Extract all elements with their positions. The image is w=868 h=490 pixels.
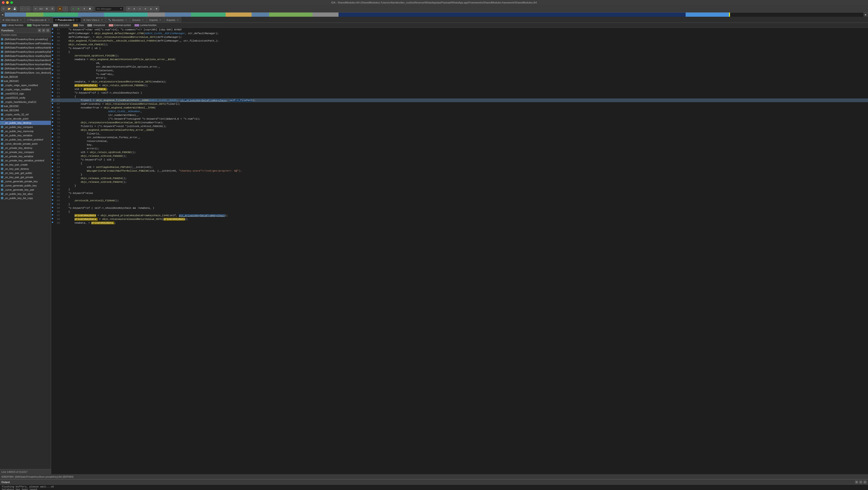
tab-enums-close[interactable]: ✕	[142, 19, 144, 21]
tab-imports-close[interactable]: ✕	[159, 19, 162, 21]
toolbar-more4-btn[interactable]: ◈	[149, 6, 154, 11]
tab-exports[interactable]: Exports ✕	[164, 17, 182, 23]
code-line[interactable]: 91 "c-keyword">else	[51, 191, 868, 195]
code-line[interactable]: 69 &OBJC_CLASS__NSNumber,	[51, 109, 868, 113]
close-button[interactable]	[2, 1, 5, 4]
toolbar-graph-btn[interactable]: ⊞	[44, 6, 49, 11]
code-line[interactable]: 47 "c-keyword">char v45["c-num">24]; "c-…	[51, 28, 868, 32]
function-list-item[interactable]: _ec_private_key_compare	[0, 150, 51, 154]
tab-ida-view-a-close[interactable]: ✕	[20, 19, 22, 21]
toolbar-file-btn[interactable]: 🗋	[1, 6, 6, 11]
tab-hex-view-1-close[interactable]: ✕	[101, 19, 103, 21]
code-line[interactable]: 76 str_setResourceValue_forKey_error_,	[51, 136, 868, 139]
line-breakpoint-dot[interactable]	[51, 91, 54, 93]
line-breakpoint-dot[interactable]	[51, 125, 54, 126]
toolbar-more2-btn[interactable]: ⊙	[137, 6, 143, 11]
line-breakpoint-dot[interactable]	[51, 32, 54, 33]
function-list-item[interactable]: -[WAStaticPrivateKeyStore privateKeyData…	[0, 50, 51, 54]
code-line[interactable]: 48 defFileManager = objc_msgSend_default…	[51, 32, 868, 35]
line-breakpoint-dot[interactable]	[51, 180, 54, 182]
function-list-item[interactable]: sub_BE016C	[0, 79, 51, 83]
code-line[interactable]: 57 str_dataWithContentsOfFile_options_er…	[51, 65, 868, 69]
toolbar-refresh-btn[interactable]: ↺	[126, 6, 131, 11]
line-breakpoint-dot[interactable]	[51, 117, 54, 119]
line-breakpoint-dot[interactable]	[51, 113, 54, 115]
toolbar-more5-btn[interactable]: ✖	[154, 6, 159, 11]
code-line[interactable]: 81 objc_release_x24tox0_F0AE88();	[51, 154, 868, 158]
tab-imports[interactable]: Imports ✕	[147, 17, 164, 23]
function-list-item[interactable]: _ec_private_key_serialize_protobuf	[0, 158, 51, 163]
toolbar-save-btn[interactable]: 💾	[12, 6, 17, 11]
maximize-button[interactable]	[10, 1, 13, 4]
toolbar-ida-btn[interactable]: IDA	[38, 6, 44, 11]
tab-pseudocode-a[interactable]: ≡ Pseudocode-A ✕	[25, 17, 53, 23]
code-line[interactable]: 68 nsnumberTrue = objc_msgSend_numberWit…	[51, 106, 868, 109]
line-breakpoint-dot[interactable]	[51, 173, 54, 175]
toolbar-forward-btn[interactable]: →	[25, 6, 30, 11]
code-line[interactable]: 56 v9,	[51, 61, 868, 65]
code-line[interactable]: 64 "c-keyword">if ( !self->_shouldUseKey…	[51, 91, 868, 95]
code-line[interactable]: 53 {	[51, 50, 868, 54]
code-line[interactable]: 85 WALogWriterWriteWithBufferRollout_F0B…	[51, 169, 868, 173]
toolbar-back-btn[interactable]: ←	[20, 6, 25, 11]
line-breakpoint-dot[interactable]	[51, 35, 54, 37]
function-list-item[interactable]: _curve_generate_public_key	[0, 184, 51, 188]
functions-detach-btn[interactable]: ⊡	[46, 29, 50, 32]
toolbar-open-btn[interactable]: 📂	[6, 6, 11, 11]
function-list-item[interactable]: _ec_key_pair_get_private	[0, 175, 51, 179]
navstrip-scroll-right[interactable]: ▶	[863, 12, 868, 17]
function-list-item[interactable]: _curve_decode_private_point	[0, 142, 51, 146]
function-list-item[interactable]: _vxed25519_sign	[0, 92, 51, 96]
function-list-item[interactable]: _vxed25519_verify	[0, 96, 51, 100]
function-list-item[interactable]: _crypto_vsign_modified	[0, 87, 51, 92]
tab-exports-close[interactable]: ✕	[176, 19, 179, 21]
code-content[interactable]: 47 "c-keyword">char v45["c-num">24]; "c-…	[51, 28, 868, 474]
line-breakpoint-dot[interactable]	[51, 65, 54, 67]
line-breakpoint-dot[interactable]	[51, 154, 54, 156]
tab-ida-view-a[interactable]: ⊞ IDA View-A ✕	[0, 17, 25, 23]
line-breakpoint-dot[interactable]	[51, 72, 54, 74]
toolbar-run-btn[interactable]: ●	[71, 6, 76, 11]
code-line[interactable]: 70 str_numberWithBool_,	[51, 113, 868, 117]
code-line[interactable]: 97 privateKeyData = objc_msgSend_private…	[51, 214, 868, 217]
function-list-item[interactable]: _ec_private_key_serialize	[0, 154, 51, 158]
line-breakpoint-dot[interactable]	[51, 202, 54, 204]
line-breakpoint-dot[interactable]	[51, 210, 54, 212]
code-line[interactable]: 67 newPrivateKey = objc_retainAutoreleas…	[51, 102, 868, 106]
code-line[interactable]: 96 {	[51, 210, 868, 214]
tab-hex-view-1[interactable]: ⊞ Hex View-1 ✕	[81, 17, 106, 23]
line-breakpoint-dot[interactable]	[51, 43, 54, 44]
line-breakpoint-dot[interactable]	[51, 28, 54, 30]
line-breakpoint-dot[interactable]	[51, 128, 54, 130]
line-breakpoint-dot[interactable]	[51, 191, 54, 193]
function-list-item[interactable]: _curve_decode_point	[0, 117, 51, 121]
toolbar-stop-btn[interactable]: ⏹	[87, 6, 92, 11]
code-line[interactable]: 61 newData_ = objc_retainAutoreleasedRet…	[51, 80, 868, 84]
line-breakpoint-dot[interactable]	[51, 143, 54, 145]
line-breakpoint-dot[interactable]	[51, 162, 54, 163]
tab-enums[interactable]: Enums ✕	[130, 17, 147, 23]
code-line[interactable]: 62 privateKeyData_ = objc_retain_sp18tox…	[51, 84, 868, 87]
function-list-item[interactable]: _crypto_verify_32_ref	[0, 112, 51, 117]
function-list-item[interactable]: -[WAStaticPrivateKeyStore keychainWrappe…	[0, 62, 51, 66]
code-line[interactable]: 52 "c-keyword">if ( v8 )	[51, 46, 868, 50]
code-line[interactable]: 49 defFileManager_ = objc_retainAutorele…	[51, 35, 868, 39]
line-breakpoint-dot[interactable]	[51, 195, 54, 197]
line-breakpoint-dot[interactable]	[51, 121, 54, 123]
code-line[interactable]: 50 objc_msgSend_fileExistsAtPath__x0tox2…	[51, 39, 868, 43]
code-line[interactable]: 87 objc_release_x23tox0_F0AE54();	[51, 176, 868, 180]
output-close-btn[interactable]: ✕	[859, 481, 862, 484]
code-line[interactable]: 78 key,	[51, 143, 868, 147]
code-line[interactable]: 93 zerotox20_zerotox21_F1D6A0();	[51, 199, 868, 202]
function-list-item[interactable]: -[WAStaticPrivateKeyStore resetKeyStoreF…	[0, 54, 51, 58]
toolbar-more1-btn[interactable]: ⊕	[132, 6, 137, 11]
line-breakpoint-dot[interactable]	[51, 50, 54, 52]
toolbar-list-btn[interactable]: ☰	[50, 6, 55, 11]
line-breakpoint-dot[interactable]	[51, 184, 54, 186]
toolbar-hex-btn[interactable]: H	[33, 6, 38, 11]
code-line[interactable]: 58 fileContent,	[51, 69, 868, 72]
line-breakpoint-dot[interactable]	[51, 217, 54, 219]
code-line[interactable]: 94 }	[51, 202, 868, 206]
code-line[interactable]: 65 {	[51, 95, 868, 98]
code-line[interactable]: 92 {	[51, 195, 868, 199]
